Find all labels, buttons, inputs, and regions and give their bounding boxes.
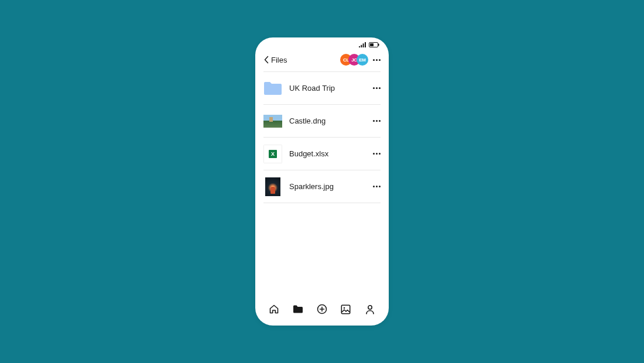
nav-account[interactable] bbox=[363, 303, 377, 317]
header-more-button[interactable] bbox=[373, 59, 381, 61]
image-thumbnail bbox=[263, 177, 282, 196]
svg-rect-4 bbox=[342, 305, 350, 313]
folder-icon bbox=[293, 304, 303, 316]
person-icon bbox=[365, 304, 375, 317]
back-button[interactable]: Files bbox=[263, 56, 287, 64]
battery-icon bbox=[369, 42, 379, 47]
svg-rect-1 bbox=[370, 43, 374, 46]
list-item[interactable]: UK Road Trip bbox=[263, 72, 381, 105]
more-icon bbox=[373, 59, 381, 61]
phone-frame: Files CL JC EM UK Road Trip Castle.dn bbox=[255, 37, 389, 326]
folder-icon bbox=[263, 79, 282, 98]
avatar: EM bbox=[357, 54, 368, 66]
nav-home[interactable] bbox=[267, 303, 281, 317]
list-item[interactable]: Sparklers.jpg bbox=[263, 170, 381, 203]
list-item[interactable]: Castle.dng bbox=[263, 105, 381, 138]
row-more-button[interactable] bbox=[371, 85, 381, 91]
nav-photos[interactable] bbox=[339, 303, 353, 317]
signal-icon bbox=[359, 42, 366, 47]
plus-circle-icon bbox=[317, 304, 327, 317]
svg-rect-2 bbox=[378, 43, 379, 46]
more-icon bbox=[373, 87, 381, 89]
status-bar bbox=[255, 37, 389, 49]
row-more-button[interactable] bbox=[371, 150, 381, 157]
file-name: Sparklers.jpg bbox=[289, 182, 364, 191]
row-more-button[interactable] bbox=[371, 118, 381, 124]
svg-point-5 bbox=[344, 307, 345, 309]
photo-icon bbox=[341, 304, 351, 317]
svg-point-6 bbox=[368, 305, 371, 309]
chevron-left-icon bbox=[263, 56, 269, 64]
file-name: Budget.xlsx bbox=[289, 149, 364, 158]
shared-avatars[interactable]: CL JC EM bbox=[340, 54, 368, 66]
nav-files[interactable] bbox=[291, 303, 305, 317]
nav-add[interactable] bbox=[315, 303, 329, 317]
home-icon bbox=[269, 304, 279, 317]
header: Files CL JC EM bbox=[255, 49, 389, 71]
more-icon bbox=[373, 186, 381, 187]
list-item[interactable]: X Budget.xlsx bbox=[263, 138, 381, 170]
image-thumbnail bbox=[263, 112, 282, 131]
file-list: UK Road Trip Castle.dng X Budget.xlsx bbox=[263, 71, 381, 203]
back-label: Files bbox=[271, 56, 287, 64]
more-icon bbox=[373, 120, 381, 122]
row-more-button[interactable] bbox=[371, 183, 381, 190]
file-name: UK Road Trip bbox=[289, 84, 364, 93]
xlsx-icon: X bbox=[263, 145, 282, 163]
bottom-nav bbox=[255, 301, 389, 326]
file-name: Castle.dng bbox=[289, 117, 364, 125]
more-icon bbox=[373, 153, 381, 155]
